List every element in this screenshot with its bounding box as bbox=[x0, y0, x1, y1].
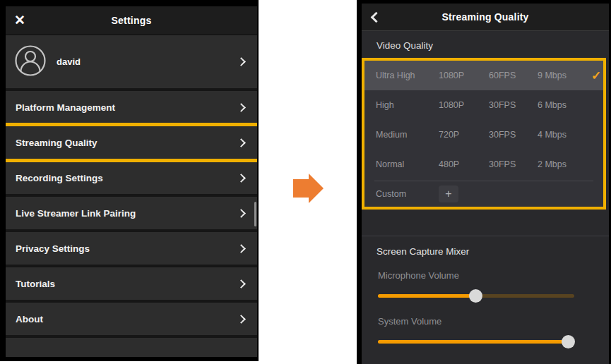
quality-bitrate: 4 Mbps bbox=[538, 130, 591, 140]
quality-bitrate: 6 Mbps bbox=[538, 100, 591, 110]
custom-quality-row: Custom + bbox=[364, 181, 603, 207]
avatar-icon bbox=[14, 44, 47, 80]
empty-row bbox=[6, 338, 257, 357]
slider-fill bbox=[378, 340, 569, 344]
quality-resolution: 720P bbox=[439, 130, 489, 140]
chevron-right-icon bbox=[237, 209, 246, 218]
settings-screen: ✕ Settings david Platform Management Str… bbox=[0, 0, 259, 361]
quality-name: High bbox=[376, 100, 439, 110]
settings-menu-item[interactable]: Platform Management bbox=[6, 91, 257, 123]
chevron-right-icon bbox=[237, 315, 246, 324]
quality-option-row[interactable]: High 1080P 30FPS 6 Mbps bbox=[364, 90, 603, 120]
chevron-right-icon bbox=[237, 57, 246, 66]
arrow-shaft bbox=[293, 179, 309, 198]
chevron-right-icon bbox=[237, 138, 246, 147]
settings-title: Settings bbox=[6, 15, 257, 26]
add-custom-quality-button[interactable]: + bbox=[439, 186, 458, 202]
quality-name: Ultra High bbox=[376, 71, 439, 80]
check-icon: ✓ bbox=[591, 68, 601, 83]
profile-name: david bbox=[57, 56, 238, 67]
custom-label: Custom bbox=[376, 189, 439, 199]
mixer-section-label: Screen Capture Mixer bbox=[376, 246, 609, 257]
scrollbar-thumb[interactable] bbox=[254, 202, 256, 226]
slider-thumb[interactable] bbox=[562, 335, 575, 348]
transition-arrow bbox=[293, 174, 324, 203]
settings-menu-item[interactable]: Tutorials bbox=[6, 267, 257, 300]
section-divider bbox=[362, 236, 609, 236]
chevron-right-icon bbox=[237, 244, 246, 253]
settings-menu-item[interactable]: About bbox=[6, 303, 257, 335]
volume-slider[interactable] bbox=[378, 289, 574, 303]
quality-resolution: 480P bbox=[439, 159, 489, 169]
settings-screen-body: ✕ Settings david Platform Management Str… bbox=[6, 6, 257, 357]
slider-fill bbox=[378, 294, 476, 298]
streaming-quality-body: Streaming Quality Video Quality Ultra Hi… bbox=[362, 4, 609, 364]
quality-fps: 30FPS bbox=[489, 130, 538, 140]
quality-bitrate: 9 Mbps bbox=[538, 71, 591, 80]
screenshot-canvas: ✕ Settings david Platform Management Str… bbox=[0, 0, 611, 364]
streaming-quality-header: Streaming Quality bbox=[362, 4, 609, 31]
quality-resolution: 1080P bbox=[439, 100, 489, 110]
profile-row[interactable]: david bbox=[6, 35, 257, 88]
settings-menu-item[interactable]: Live Streamer Link Pairing bbox=[6, 197, 257, 229]
volume-slider[interactable] bbox=[378, 335, 574, 348]
settings-menu: Platform Management Streaming Quality Re… bbox=[6, 88, 257, 335]
video-quality-label: Video Quality bbox=[376, 40, 609, 51]
slider-label: System Volume bbox=[378, 316, 609, 327]
quality-name: Normal bbox=[376, 159, 439, 169]
plus-icon: + bbox=[445, 188, 451, 200]
chevron-right-icon bbox=[237, 279, 246, 289]
quality-option-row[interactable]: Ultra High 1080P 60FPS 9 Mbps ✓ bbox=[364, 61, 603, 90]
slider-label: Microphone Volume bbox=[378, 270, 609, 281]
video-quality-table: Ultra High 1080P 60FPS 9 Mbps ✓ High 108… bbox=[362, 58, 606, 210]
slider-thumb[interactable] bbox=[469, 289, 482, 303]
quality-bitrate: 2 Mbps bbox=[538, 159, 591, 169]
volume-slider-group: Microphone Volume bbox=[362, 270, 609, 303]
arrow-head bbox=[309, 174, 324, 203]
quality-option-row[interactable]: Medium 720P 30FPS 4 Mbps bbox=[364, 120, 603, 150]
quality-option-row[interactable]: Normal 480P 30FPS 2 Mbps bbox=[364, 150, 603, 179]
mixer-sliders: Microphone Volume System Volume bbox=[362, 270, 609, 348]
chevron-right-icon bbox=[237, 174, 246, 183]
quality-options: Ultra High 1080P 60FPS 9 Mbps ✓ High 108… bbox=[364, 61, 603, 179]
quality-fps: 60FPS bbox=[489, 71, 538, 80]
settings-menu-item[interactable]: Streaming Quality bbox=[6, 126, 257, 159]
streaming-quality-title: Streaming Quality bbox=[362, 11, 609, 23]
quality-fps: 30FPS bbox=[489, 100, 538, 110]
streaming-quality-screen: Streaming Quality Video Quality Ultra Hi… bbox=[357, 0, 611, 364]
quality-fps: 30FPS bbox=[489, 159, 538, 169]
volume-slider-group: System Volume bbox=[362, 316, 609, 348]
settings-menu-item[interactable]: Privacy Settings bbox=[6, 232, 257, 265]
chevron-right-icon bbox=[237, 103, 246, 112]
settings-menu-item[interactable]: Recording Settings bbox=[6, 162, 257, 194]
quality-name: Medium bbox=[376, 130, 439, 140]
quality-resolution: 1080P bbox=[439, 71, 489, 80]
settings-header: ✕ Settings bbox=[6, 6, 257, 34]
